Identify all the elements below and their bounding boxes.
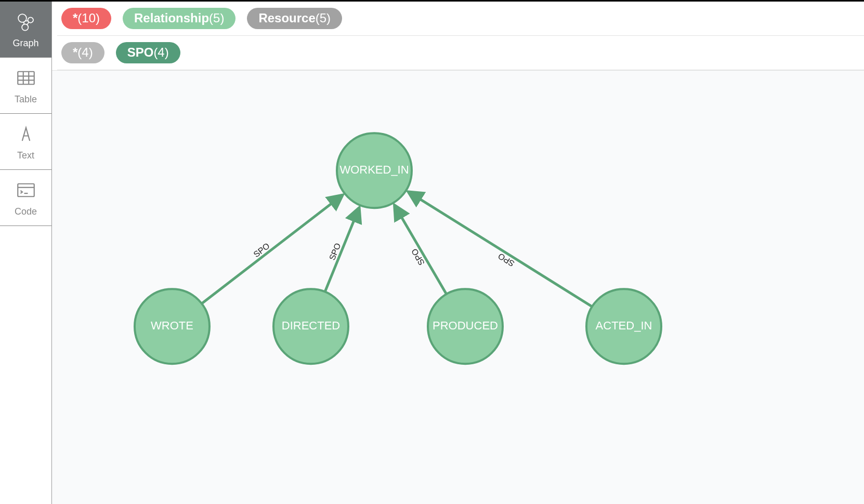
svg-point-17 — [273, 289, 348, 364]
text-icon — [15, 123, 37, 145]
view-sidebar: Graph Table Text — [0, 2, 52, 504]
sidebar-item-table[interactable]: Table — [0, 58, 51, 114]
svg-point-15 — [337, 133, 412, 208]
svg-rect-6 — [18, 72, 34, 85]
pill-count: (4) — [153, 45, 168, 60]
graph-node-produced[interactable]: PRODUCED — [428, 289, 503, 364]
sidebar-item-label: Code — [15, 206, 37, 217]
svg-line-4 — [23, 22, 24, 24]
code-icon — [15, 179, 37, 201]
sidebar-item-label: Text — [17, 150, 34, 161]
pill-name: Resource — [258, 11, 315, 26]
sidebar-item-code[interactable]: Code — [0, 170, 51, 226]
graph-edge[interactable] — [325, 207, 359, 291]
pill-name: SPO — [127, 45, 154, 60]
pill-count: (5) — [209, 11, 224, 26]
node-label-all[interactable]: *(10) — [61, 8, 111, 29]
pill-name: Relationship — [134, 11, 209, 26]
graph-node-directed[interactable]: DIRECTED — [273, 289, 348, 364]
sidebar-item-label: Table — [15, 94, 37, 105]
svg-rect-12 — [18, 184, 34, 197]
sidebar-item-graph[interactable]: Graph — [0, 2, 51, 58]
main-panel: *(10) Relationship(5) Resource(5) *(4) S… — [52, 2, 864, 504]
node-label-resource[interactable]: Resource(5) — [247, 8, 342, 29]
svg-line-5 — [27, 22, 29, 25]
graph-canvas[interactable]: SPOSPOSPOSPO WORKED_INWROTEDIRECTEDPRODU… — [52, 70, 864, 504]
pill-count: (5) — [316, 11, 331, 26]
rel-types-row: *(4) SPO(4) — [57, 36, 864, 70]
graph-edge[interactable] — [408, 192, 592, 307]
svg-point-18 — [428, 289, 503, 364]
graph-edge[interactable] — [395, 205, 447, 294]
svg-point-19 — [586, 289, 661, 364]
graph-svg[interactable]: SPOSPOSPOSPO WORKED_INWROTEDIRECTEDPRODU… — [52, 71, 864, 504]
graph-icon — [15, 11, 37, 33]
pill-count: (4) — [77, 45, 93, 60]
graph-node-wrote[interactable]: WROTE — [135, 289, 210, 364]
node-labels-row: *(10) Relationship(5) Resource(5) — [57, 2, 864, 36]
table-icon — [15, 67, 37, 89]
graph-node-worked_in[interactable]: WORKED_IN — [337, 133, 412, 208]
graph-node-acted_in[interactable]: ACTED_IN — [586, 289, 661, 364]
svg-point-16 — [135, 289, 210, 364]
graph-edge[interactable] — [202, 195, 343, 303]
rel-type-spo[interactable]: SPO(4) — [116, 42, 180, 63]
node-label-relationship[interactable]: Relationship(5) — [123, 8, 235, 29]
legend-toolbar: *(10) Relationship(5) Resource(5) *(4) S… — [52, 2, 864, 70]
pill-count: (10) — [77, 11, 100, 26]
sidebar-item-label: Graph — [12, 38, 38, 49]
sidebar-item-text[interactable]: Text — [0, 114, 51, 170]
svg-point-1 — [28, 17, 33, 23]
pill-name: * — [73, 45, 77, 60]
rel-type-all[interactable]: *(4) — [61, 42, 104, 63]
pill-name: * — [73, 11, 77, 26]
app-frame: Graph Table Text — [0, 0, 864, 504]
